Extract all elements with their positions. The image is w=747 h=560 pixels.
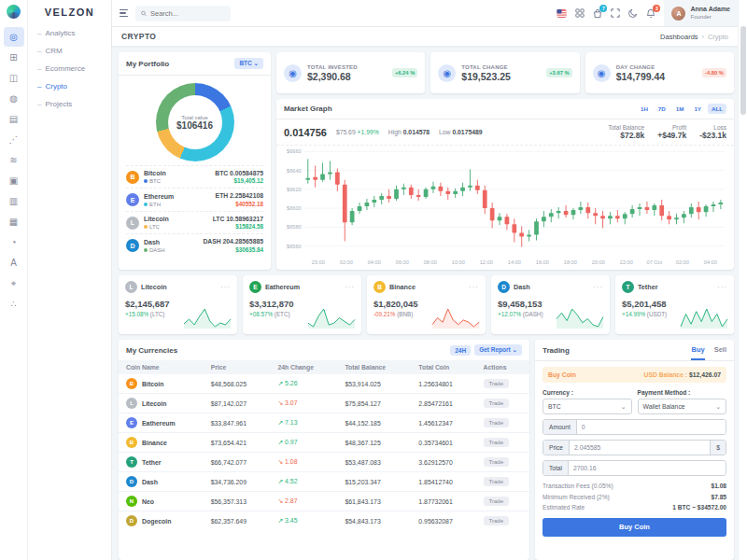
sidebar-item-crm[interactable]: –CRM — [28, 42, 111, 60]
tab-sell[interactable]: Sell — [714, 345, 726, 360]
scrollbar-thumb[interactable] — [740, 26, 746, 115]
trade-button[interactable]: Trade — [484, 399, 509, 408]
sidebar-item-analytics[interactable]: –Analytics — [28, 24, 111, 42]
range-button-1m[interactable]: 1M — [672, 104, 688, 114]
coin-icon-eathereum: E — [249, 281, 261, 293]
charts-icon: ◔ — [10, 237, 16, 247]
more-options-icon[interactable]: ··· — [469, 286, 479, 289]
portfolio-currency-select[interactable]: BTC ⌄ — [234, 58, 263, 69]
range-button-7d[interactable]: 7D — [655, 104, 669, 114]
more-options-icon[interactable]: ··· — [717, 286, 727, 289]
more-options-icon[interactable]: ··· — [220, 286, 231, 289]
sidebar-rail-item[interactable]: ▥ — [4, 191, 24, 211]
market-total-balance: Total Balance $72.8k — [608, 124, 644, 140]
ticker-text: DASH — [149, 247, 165, 253]
table-row[interactable]: LLitecoin$87,142.027↘ 3.07$75,854.1272.8… — [119, 394, 529, 413]
portfolio-asset-row[interactable]: DDashDASHDASH 204.28565885$30635.84 — [126, 233, 263, 256]
sidebar-rail-item[interactable]: ⊞ — [4, 48, 24, 67]
portfolio-asset-row[interactable]: BBitcoinBTCBTC 0.00584875$19,405.12 — [126, 165, 263, 188]
market-profit: Profit +$49.7k — [657, 124, 686, 140]
cell-total-coin: 1.85412740 — [411, 472, 475, 492]
table-row[interactable]: TTether$66,742.077↘ 1.08$53,487.0833.629… — [119, 453, 529, 472]
sidebar-rail-item[interactable]: ◎ — [4, 27, 24, 47]
coin-icon-bitcoin: B — [126, 378, 137, 389]
table-row[interactable]: DDogecoin$62,357.649↗ 3.45$54,843.1730.9… — [119, 511, 529, 531]
range-button-all[interactable]: ALL — [708, 104, 726, 114]
trade-button[interactable]: Trade — [484, 497, 509, 506]
range-button-1y[interactable]: 1Y — [690, 104, 705, 114]
table-row[interactable]: NNeo$56,357.313↘ 2.87$61,843.1731.877320… — [119, 492, 529, 511]
sidebar-item-projects[interactable]: –Projects — [28, 95, 111, 113]
table-row[interactable]: BBinance$73,654.421↗ 0.97$48,367.1250.35… — [119, 433, 529, 453]
price-input[interactable] — [570, 441, 710, 455]
logo-mark-icon[interactable] — [7, 5, 21, 19]
sidebar-rail-item[interactable]: ∴ — [4, 294, 24, 314]
tab-buy[interactable]: Buy — [691, 345, 704, 360]
cart-icon[interactable]: 7 — [593, 8, 602, 19]
cell-24h-change: ↗ 3.45 — [270, 511, 337, 531]
usd-balance: USD Balance : $12,426.07 — [644, 371, 721, 378]
sidebar-rail-item[interactable]: A — [4, 253, 24, 273]
more-options-icon[interactable]: ··· — [345, 286, 355, 289]
notifications-bell-icon[interactable]: 3 — [646, 8, 655, 19]
total-input[interactable] — [569, 461, 726, 475]
trade-button[interactable]: Trade — [484, 516, 509, 525]
sidebar-item-ecommerce[interactable]: –Ecommerce — [28, 60, 111, 77]
buy-coin-button[interactable]: Buy Coin — [543, 518, 726, 537]
sidebar-item-crypto[interactable]: –Crypto — [28, 77, 111, 95]
sidebar-rail-item[interactable]: ▣ — [4, 171, 24, 190]
payment-method-select[interactable]: Wallet Balance⌄ — [638, 399, 727, 414]
currency-select[interactable]: BTC⌄ — [543, 399, 632, 414]
asset-info: LitecoinLTC — [144, 216, 169, 230]
trade-button[interactable]: Trade — [484, 418, 509, 427]
coin-card-dash: DDash···$9,458,153+12.07% (DASH) — [491, 275, 610, 334]
sidebar-rail-item[interactable]: ⋰ — [4, 130, 24, 149]
trading-detail-row: Estimated Rate1 BTC ~ $34572.00 — [543, 504, 726, 511]
language-flag-icon[interactable] — [557, 8, 567, 19]
sidebar-rail-item[interactable]: ⌖ — [4, 273, 24, 293]
cell-coin-name: DDash — [126, 476, 196, 487]
portfolio-asset-row[interactable]: EEthereumETHETH 2.25842108$40552.18 — [126, 188, 263, 210]
trade-button[interactable]: Trade — [484, 438, 509, 447]
trade-button[interactable]: Trade — [484, 379, 509, 388]
sidebar-rail-item[interactable]: ◫ — [4, 68, 24, 88]
amount-input[interactable] — [577, 420, 726, 434]
sparkline-chart — [183, 305, 232, 329]
cell-coin-name: BBinance — [126, 437, 196, 448]
sidebar-rail-item[interactable]: ◍ — [4, 89, 24, 108]
sidebar-rail-item[interactable]: ≋ — [4, 150, 24, 170]
asset-amount: LTC 10.58963217 — [213, 216, 263, 223]
hamburger-menu-icon[interactable] — [120, 9, 128, 18]
dark-mode-moon-icon[interactable] — [628, 8, 638, 18]
svg-text:18:00: 18:00 — [564, 259, 577, 264]
brand-logo[interactable]: VELZON — [28, 0, 111, 24]
cell-total-coin: 1.25634801 — [411, 374, 475, 394]
trade-button[interactable]: Trade — [484, 457, 509, 467]
sidebar-rail-item[interactable]: ▦ — [4, 212, 24, 231]
stat-texts: TOTAL CHANGE$19,523.25 — [461, 63, 511, 82]
detail-label: Minimum Received (2%) — [543, 494, 610, 500]
sidebar-item-label: CRM — [45, 47, 62, 55]
ticker-dot-icon — [144, 248, 148, 252]
currencies-table: Coin NamePrice24h ChangeTotal BalanceTot… — [119, 360, 529, 530]
table-row[interactable]: DDash$34,736.209↗ 4.52$15,203.3471.85412… — [119, 472, 529, 492]
user-menu[interactable]: A Anna Adame Founder — [664, 0, 738, 26]
asset-name: Litecoin — [144, 216, 169, 224]
cell-price: $34,736.209 — [204, 472, 271, 492]
range-button-1h[interactable]: 1H — [637, 104, 652, 114]
search-input[interactable] — [150, 9, 225, 18]
sidebar-rail-item[interactable]: ▤ — [4, 109, 24, 129]
portfolio-asset-row[interactable]: LLitecoinLTCLTC 10.58963217$15824.58 — [126, 211, 263, 233]
get-report-button[interactable]: Get Report ⌄ — [474, 344, 522, 356]
more-options-icon[interactable]: ··· — [593, 286, 603, 289]
apps-grid-icon[interactable] — [575, 8, 585, 18]
fullscreen-icon[interactable] — [611, 8, 620, 18]
table-row[interactable]: BBitcoin$48,568.025↗ 5.26$53,914.0251.25… — [119, 374, 529, 394]
price-label: Price — [543, 441, 570, 455]
currencies-range-button[interactable]: 24H — [450, 345, 471, 356]
table-row[interactable]: EEathereum$33,847.961↗ 7.13$44,152.1851.… — [119, 413, 529, 433]
sidebar-rail-item[interactable]: ◔ — [4, 232, 24, 252]
trade-button[interactable]: Trade — [484, 477, 509, 486]
asset-name: Ethereum — [144, 193, 174, 202]
breadcrumb-root[interactable]: Dashboards — [660, 33, 698, 41]
